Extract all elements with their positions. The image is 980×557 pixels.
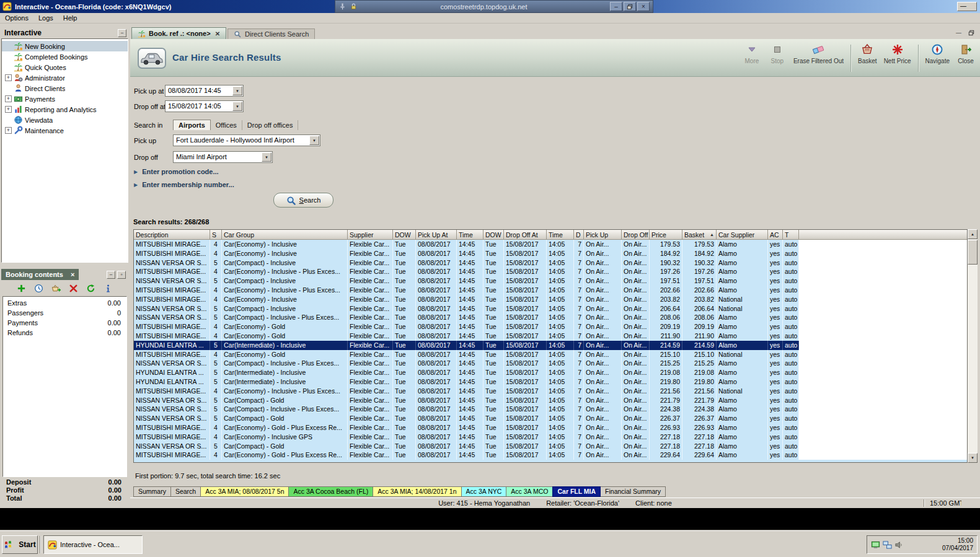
sidebar-item-completed-bookings[interactable]: Completed Bookings [2, 51, 128, 62]
workspace-tab-summary[interactable]: Summary [133, 486, 171, 497]
close-icon[interactable]: × [71, 271, 74, 278]
column-header-drop-off-12[interactable]: Drop Off [622, 230, 650, 240]
search-in-tab-airports[interactable]: Airports [173, 120, 211, 130]
sidebar-item-maintenance[interactable]: +Maintenance [2, 125, 128, 136]
table-row[interactable]: MITSUBISHI MIRAGE...4Car(Economy) - Incl… [134, 432, 967, 442]
rdp-restore-button[interactable] [624, 2, 636, 11]
chevron-down-icon[interactable]: ▼ [262, 152, 271, 162]
rdp-close-button[interactable]: × [637, 2, 650, 11]
nett-price-button[interactable]: Nett Price [884, 43, 911, 64]
table-row[interactable]: HYUNDAI ELANTRA ...5Car(Intermediate) - … [134, 377, 967, 387]
close-button[interactable]: Close [956, 43, 975, 64]
rdp-minimize-button[interactable]: – [610, 2, 622, 11]
refresh-icon-button[interactable] [85, 282, 97, 294]
column-header-basket-14[interactable]: Basket▲ [682, 230, 717, 240]
navigate-button[interactable]: Navigate [925, 43, 950, 64]
window-minimize-button[interactable]: — [957, 2, 977, 11]
sidebar-item-viewdata[interactable]: Viewdata [2, 115, 128, 125]
table-row[interactable]: NISSAN VERSA OR S...5Car(Compact) - Incl… [134, 405, 967, 414]
display-icon[interactable] [871, 540, 880, 550]
column-header-supplier-3[interactable]: Supplier [348, 230, 393, 240]
add-icon-button[interactable] [15, 282, 28, 294]
column-header-t-17[interactable]: T [783, 230, 799, 240]
column-header-pick-up-at-5[interactable]: Pick Up At [416, 230, 457, 240]
menu-options[interactable]: Options [0, 14, 33, 22]
chevron-down-icon[interactable]: ▼ [232, 86, 242, 95]
table-row[interactable]: HYUNDAI ELANTRA ...5Car(Intermediate) - … [134, 368, 967, 377]
table-row[interactable]: HYUNDAI ELANTRA ...5Car(Intermediate) - … [134, 341, 967, 350]
column-header-dow-4[interactable]: DOW [393, 230, 416, 240]
scroll-down-button[interactable]: ▼ [968, 453, 978, 463]
start-button[interactable]: Start [2, 535, 38, 554]
menu-logs[interactable]: Logs [33, 14, 58, 22]
sidebar-item-direct-clients[interactable]: Direct Clients [2, 83, 128, 94]
table-row[interactable]: MITSUBISHI MIRAGE...4Car(Economy) - Gold… [134, 423, 967, 432]
table-row[interactable]: NISSAN VERSA OR S...5Car(Compact) - Gold… [134, 414, 967, 423]
workspace-tab-acc-3a-mco[interactable]: Acc 3A MCO [506, 486, 553, 497]
taskbar-task-button[interactable]: Interactive - Ocea... [43, 535, 143, 554]
mdi-restore-button[interactable] [966, 29, 976, 37]
table-row[interactable]: MITSUBISHI MIRAGE...4Car(Economy) - Incl… [134, 286, 967, 295]
stop-button[interactable]: Stop [768, 43, 787, 64]
workspace-tab-search[interactable]: Search [170, 486, 201, 497]
basket-add-icon-button[interactable] [50, 282, 63, 294]
search-button[interactable]: Search [273, 193, 333, 208]
more-button[interactable]: More [743, 43, 761, 64]
table-row[interactable]: MITSUBISHI MIRAGE...4Car(Economy) - Incl… [134, 249, 967, 258]
sidebar-item-administrator[interactable]: +Administrator [2, 72, 128, 83]
column-header-car-group-2[interactable]: Car Group [222, 230, 348, 240]
column-header-ac-16[interactable]: AC [768, 230, 783, 240]
table-row[interactable]: MITSUBISHI MIRAGE...4Car(Economy) - Incl… [134, 240, 967, 249]
panel-minimize-button[interactable]: − [107, 271, 115, 279]
column-header-s-1[interactable]: S [210, 230, 222, 240]
membership-expander[interactable]: ▶ Enter membership number... [134, 181, 234, 188]
scrollbar-thumb[interactable] [968, 240, 978, 265]
volume-icon[interactable] [894, 540, 904, 550]
table-row[interactable]: MITSUBISHI MIRAGE...4Car(Economy) - Gold… [134, 331, 967, 341]
column-header-price-13[interactable]: Price [650, 230, 682, 240]
table-row[interactable]: NISSAN VERSA OR S...5Car(Compact) - Gold… [134, 442, 967, 451]
tab-close-icon[interactable]: ✕ [215, 30, 220, 37]
chevron-down-icon[interactable]: ▼ [232, 102, 242, 111]
dropoff-location-combo[interactable]: Miami Intl Airport ▼ [173, 151, 273, 163]
workspace-tab-acc-3a-mia-14-08-2017-1n[interactable]: Acc 3A MIA; 14/08/2017 1n [373, 486, 461, 497]
table-row[interactable]: NISSAN VERSA OR S...5Car(Compact) - Incl… [134, 304, 967, 314]
list-item-passengers[interactable]: Passengers0 [3, 309, 126, 318]
column-header-car-supplier-15[interactable]: Car Supplier [717, 230, 768, 240]
panel-collapse-button[interactable]: − [118, 29, 126, 37]
table-row[interactable]: MITSUBISHI MIRAGE...4Car(Economy) - Gold… [134, 322, 967, 331]
table-row[interactable]: NISSAN VERSA OR S...5Car(Compact) - Incl… [134, 276, 967, 286]
sidebar-item-quick-quotes[interactable]: Quick Quotes [2, 62, 128, 72]
table-row[interactable]: NISSAN VERSA OR S...5Car(Compact) - Gold… [134, 396, 967, 405]
expand-icon[interactable]: + [5, 106, 12, 113]
delete-icon-button[interactable] [68, 282, 80, 294]
search-in-tab-offices[interactable]: Offices [211, 120, 242, 130]
list-item-refunds[interactable]: Refunds0.00 [3, 328, 126, 338]
menu-help[interactable]: Help [58, 14, 82, 22]
pickup-datetime-combo[interactable]: 08/08/2017 14:45 ▼ [165, 85, 244, 97]
pickup-location-combo[interactable]: Fort Lauderdale - Hollywood Intl Airport… [173, 134, 320, 146]
search-in-tab-drop-off-offices[interactable]: Drop off offices [242, 120, 299, 130]
sidebar-item-reporting-and-analytics[interactable]: +Reporting and Analytics [2, 104, 128, 115]
list-item-payments[interactable]: Payments0.00 [3, 318, 126, 328]
table-row[interactable]: NISSAN VERSA OR S...5Car(Compact) - Incl… [134, 359, 967, 368]
table-row[interactable]: MITSUBISHI MIRAGE...4Car(Economy) - Incl… [134, 387, 967, 396]
expand-icon[interactable]: + [5, 127, 12, 134]
table-row[interactable]: MITSUBISHI MIRAGE...4Car(Economy) - Gold… [134, 450, 967, 460]
column-header-description-0[interactable]: Description [134, 230, 210, 240]
table-row[interactable]: MITSUBISHI MIRAGE...4Car(Economy) - Incl… [134, 267, 967, 276]
sidebar-item-payments[interactable]: +Payments [2, 94, 128, 104]
table-row[interactable]: NISSAN VERSA OR S...5Car(Compact) - Incl… [134, 313, 967, 322]
chevron-down-icon[interactable]: ▼ [309, 136, 319, 145]
history-icon-button[interactable] [33, 282, 45, 294]
column-header-dow-7[interactable]: DOW [483, 230, 504, 240]
mdi-minimize-button[interactable]: — [953, 29, 964, 37]
erase-filtered-out-button[interactable]: Erase Filtered Out [793, 43, 844, 64]
tab-direct-clients-search[interactable]: Direct Clients Search [227, 29, 315, 39]
vertical-scrollbar[interactable]: ▲ ▼ [968, 229, 978, 463]
workspace-tab-car-fll-mia[interactable]: Car FLL MIA [552, 486, 601, 497]
scroll-up-button[interactable]: ▲ [968, 229, 978, 239]
table-row[interactable]: MITSUBISHI MIRAGE...4Car(Economy) - Gold… [134, 350, 967, 359]
expand-icon[interactable]: + [5, 95, 12, 102]
workspace-tab-acc-3a-mia-08-08-2017-5n[interactable]: Acc 3A MIA; 08/08/2017 5n [200, 486, 289, 497]
